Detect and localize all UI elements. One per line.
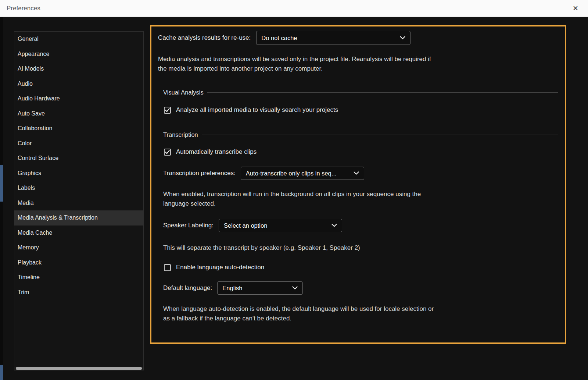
cache-analysis-dropdown[interactable]: Do not cache: [256, 31, 410, 45]
close-button[interactable]: ✕: [570, 3, 581, 13]
transcription-preferences-dropdown[interactable]: Auto-transcribe only clips in seq...: [241, 167, 364, 180]
preferences-dialog: General Appearance AI Models Audio Audio…: [0, 17, 588, 380]
sidebar-item-control-surface[interactable]: Control Surface: [14, 151, 143, 166]
transcription-preferences-dropdown-value: Auto-transcribe only clips in seq...: [246, 170, 337, 177]
speaker-labeling-label: Speaker Labeling:: [163, 222, 214, 229]
analyze-media-checkbox[interactable]: [164, 107, 171, 114]
sidebar-item-label: AI Models: [18, 65, 44, 72]
sidebar-item-media-cache[interactable]: Media Cache: [14, 225, 143, 241]
sidebar-item-playback[interactable]: Playback: [14, 255, 143, 270]
visual-analysis-group-header: Visual Analysis: [158, 89, 558, 96]
transcription-group-header: Transcription: [158, 131, 558, 138]
sidebar-item-label: General: [18, 36, 39, 42]
sidebar-item-graphics[interactable]: Graphics: [14, 166, 143, 181]
analyze-media-label: Analyze all imported media to visually s…: [176, 106, 338, 114]
sidebar-item-label: Graphics: [18, 170, 41, 177]
sidebar-item-memory[interactable]: Memory: [14, 240, 143, 255]
sidebar-item-appearance[interactable]: Appearance: [14, 47, 143, 62]
chevron-down-icon: [331, 224, 337, 227]
sidebar-item-label: Playback: [18, 259, 42, 266]
transcription-preferences-row: Transcription preferences: Auto-transcri…: [163, 167, 558, 180]
sidebar-item-label: Auto Save: [18, 110, 45, 117]
background-edge-fragment: [0, 365, 3, 380]
default-language-dropdown[interactable]: English: [217, 281, 303, 295]
cache-analysis-note: Media analysis and transcriptions will b…: [158, 54, 432, 74]
sidebar-item-general[interactable]: General: [14, 32, 143, 47]
window-title: Preferences: [7, 5, 40, 12]
analyze-media-row: Analyze all imported media to visually s…: [164, 106, 558, 114]
settings-panel: Cache analysis results for re-use: Do no…: [150, 25, 566, 344]
sidebar-item-label: Media Cache: [18, 230, 52, 236]
default-language-dropdown-value: English: [222, 285, 242, 292]
chevron-down-icon: [400, 36, 405, 40]
sidebar-item-labels[interactable]: Labels: [14, 181, 143, 196]
language-auto-detection-checkbox[interactable]: [164, 264, 171, 271]
sidebar-scrollbar[interactable]: [14, 367, 143, 370]
speaker-labeling-dropdown[interactable]: Select an option: [219, 219, 342, 232]
sidebar-item-label: Labels: [18, 185, 35, 191]
language-auto-detection-row: Enable language auto-detection: [164, 264, 558, 271]
auto-transcribe-checkbox[interactable]: [164, 149, 171, 156]
speaker-labeling-row: Speaker Labeling: Select an option: [163, 219, 558, 232]
sidebar-item-audio[interactable]: Audio: [14, 77, 143, 92]
window-titlebar: Preferences ✕: [0, 0, 588, 17]
chevron-down-icon: [354, 171, 359, 175]
sidebar-item-label: Trim: [18, 289, 29, 296]
speaker-labeling-note: This will separate the transcript by spe…: [163, 243, 558, 253]
auto-transcribe-label: Automatically transcribe clips: [176, 148, 257, 156]
sidebar-item-timeline[interactable]: Timeline: [14, 270, 143, 285]
language-auto-detection-label: Enable language auto-detection: [176, 264, 264, 271]
cache-analysis-row: Cache analysis results for re-use: Do no…: [158, 31, 558, 45]
sidebar-item-label: Media Analysis & Transcription: [18, 214, 98, 221]
sidebar-item-audio-hardware[interactable]: Audio Hardware: [14, 91, 143, 106]
sidebar-item-label: Memory: [18, 244, 39, 251]
default-language-note: When language auto-detection is enabled,…: [163, 304, 435, 323]
default-language-label: Default language:: [163, 284, 212, 292]
auto-transcribe-row: Automatically transcribe clips: [164, 148, 558, 156]
cache-analysis-label: Cache analysis results for re-use:: [158, 34, 251, 42]
sidebar-item-label: Media: [18, 200, 34, 206]
transcription-preferences-label: Transcription preferences:: [163, 170, 236, 177]
sidebar-item-label: Collaboration: [18, 125, 52, 132]
transcription-group: Transcription Automatically transcribe c…: [158, 131, 558, 323]
background-edge-fragment: [0, 165, 3, 202]
sidebar-item-media[interactable]: Media: [14, 196, 143, 211]
sidebar-item-label: Control Surface: [18, 155, 58, 161]
group-divider: [207, 92, 558, 93]
sidebar-item-label: Audio: [18, 81, 33, 87]
background-edge: [0, 17, 3, 380]
group-divider: [202, 135, 558, 135]
sidebar-scrollbar-thumb[interactable]: [16, 367, 142, 370]
speaker-labeling-dropdown-value: Select an option: [224, 222, 267, 229]
sidebar-item-auto-save[interactable]: Auto Save: [14, 106, 143, 121]
default-language-row: Default language: English: [163, 281, 558, 295]
visual-analysis-title: Visual Analysis: [163, 89, 204, 96]
sidebar-item-label: Audio Hardware: [18, 95, 60, 102]
sidebar-item-color[interactable]: Color: [14, 136, 143, 151]
cache-analysis-dropdown-value: Do not cache: [261, 35, 297, 42]
transcription-preferences-note: When enabled, transcription will run in …: [163, 189, 446, 209]
preferences-sidebar: General Appearance AI Models Audio Audio…: [14, 31, 144, 370]
sidebar-item-label: Color: [18, 140, 32, 147]
sidebar-item-trim[interactable]: Trim: [14, 285, 143, 300]
visual-analysis-group: Visual Analysis Analyze all imported med…: [158, 89, 558, 114]
sidebar-item-ai-models[interactable]: AI Models: [14, 61, 143, 77]
sidebar-item-collaboration[interactable]: Collaboration: [14, 121, 143, 136]
sidebar-item-media-analysis-transcription[interactable]: Media Analysis & Transcription: [14, 210, 143, 225]
sidebar-item-label: Appearance: [18, 51, 49, 57]
sidebar-item-label: Timeline: [18, 274, 40, 281]
transcription-title: Transcription: [163, 131, 198, 138]
chevron-down-icon: [292, 286, 298, 290]
